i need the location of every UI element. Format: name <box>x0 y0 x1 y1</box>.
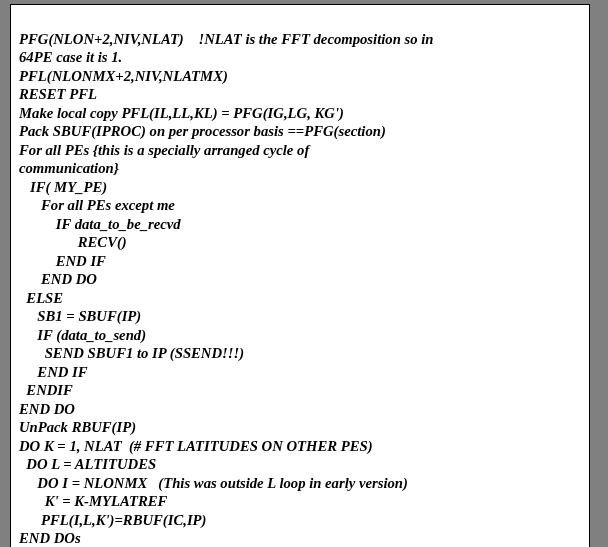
code-line: 64PE case it is 1. <box>19 49 122 65</box>
code-line: SB1 = SBUF(IP) <box>19 308 141 324</box>
code-page: PFG(NLON+2,NIV,NLAT) !NLAT is the FFT de… <box>10 4 590 547</box>
code-line: Pack SBUF(IPROC) on per processor basis … <box>19 123 386 139</box>
code-line: communication} <box>19 160 119 176</box>
code-line: IF data_to_be_recvd <box>19 216 181 232</box>
code-line: PFL(NLONMX+2,NIV,NLATMX) <box>19 68 228 84</box>
code-block: PFG(NLON+2,NIV,NLAT) !NLAT is the FFT de… <box>19 11 581 547</box>
code-line: DO L = ALTITUDES <box>19 456 156 472</box>
code-line: END DOs <box>19 530 81 546</box>
code-line: PFG(NLON+2,NIV,NLAT) !NLAT is the FFT de… <box>19 31 433 47</box>
code-line: For all PEs except me <box>19 197 175 213</box>
code-line: END IF <box>19 364 88 380</box>
code-line: For all PEs {this is a specially arrange… <box>19 142 309 158</box>
code-line: IF (data_to_send) <box>19 327 146 343</box>
code-line: K' = K-MYLATREF <box>19 493 167 509</box>
code-line: END DO <box>19 401 75 417</box>
code-line: END IF <box>19 253 106 269</box>
code-line: PFL(I,L,K')=RBUF(IC,IP) <box>19 512 206 528</box>
code-line: RESET PFL <box>19 86 97 102</box>
code-line: IF( MY_PE) <box>19 179 107 195</box>
code-line: Make local copy PFL(IL,LL,KL) = PFG(IG,L… <box>19 105 344 121</box>
code-line: UnPack RBUF(IP) <box>19 419 136 435</box>
code-line: DO I = NLONMX (This was outside L loop i… <box>19 475 408 491</box>
code-line: SEND SBUF1 to IP (SSEND!!!) <box>19 345 244 361</box>
code-line: ELSE <box>19 290 63 306</box>
code-line: END DO <box>19 271 97 287</box>
code-line: DO K = 1, NLAT (# FFT LATITUDES ON OTHER… <box>19 438 373 454</box>
code-line: ENDIF <box>19 382 73 398</box>
code-line: RECV() <box>19 234 127 250</box>
